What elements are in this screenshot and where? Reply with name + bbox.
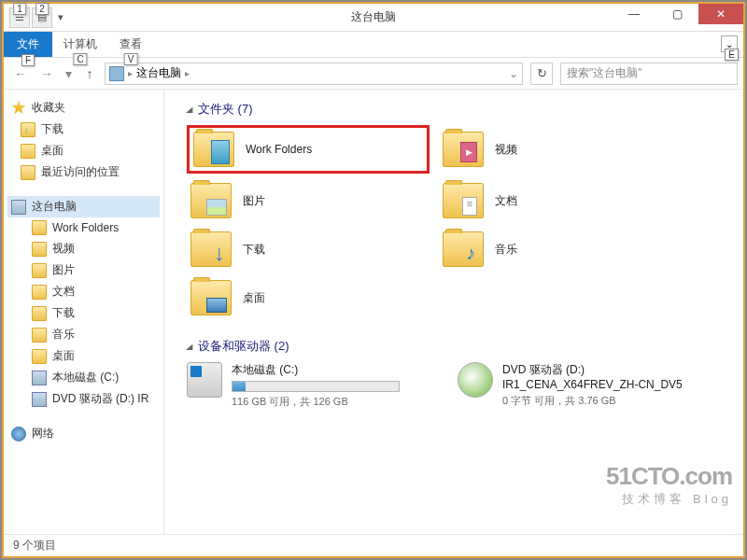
tree-item-documents[interactable]: 文档 (7, 281, 160, 302)
folders-section-header[interactable]: 文件夹 (7) (177, 97, 730, 123)
tree-pc-root[interactable]: 这台电脑 (7, 196, 160, 217)
dvd-icon (32, 392, 47, 407)
tab-file-label: 文件 (17, 36, 39, 52)
qat-properties-icon[interactable]: ☰1 (9, 7, 30, 28)
star-icon (11, 101, 26, 116)
close-button[interactable]: ✕ (698, 4, 743, 24)
navigation-bar: ← → ▾ ↑ ▸ 这台电脑 ▸ ⌄ ↻ 搜索"这台电脑" (4, 58, 743, 90)
tree-favorites-root[interactable]: 收藏夹 (7, 97, 160, 119)
drives-section-header[interactable]: 设备和驱动器 (2) (177, 334, 730, 360)
drive-item[interactable]: 本地磁盘 (C:)116 GB 可用，共 126 GB (187, 362, 448, 409)
folder-name: 下载 (243, 242, 265, 258)
folders-grid: Work Folders视频图片文档下载音乐桌面 (177, 123, 730, 334)
search-input[interactable]: 搜索"这台电脑" (560, 63, 738, 85)
folder-icon (21, 122, 35, 137)
tree-item-downloads[interactable]: 下载 (7, 119, 160, 140)
folder-name: 文档 (495, 193, 517, 209)
refresh-button[interactable]: ↻ (530, 63, 553, 85)
folder-item-pic[interactable]: 图片 (187, 179, 430, 222)
qat-dropdown-icon[interactable]: ▾ (54, 7, 67, 28)
folder-name: Work Folders (246, 143, 312, 156)
tree-item-videos[interactable]: 视频 (7, 238, 160, 259)
folder-icon (21, 144, 35, 159)
watermark: 51CTO.com 技术博客 Blog (606, 462, 732, 508)
folder-name: 音乐 (495, 242, 517, 258)
folder-icon (32, 349, 47, 364)
key-hint: V (124, 53, 138, 65)
folder-icon (32, 285, 47, 300)
folder-icon (443, 183, 484, 218)
folder-item-mus[interactable]: 音乐 (439, 228, 682, 271)
tab-computer-label: 计算机 (63, 37, 97, 50)
tab-file[interactable]: 文件 F (4, 32, 52, 57)
window-title: 这台电脑 (351, 9, 396, 25)
key-hint: E (725, 49, 739, 61)
pc-icon (11, 200, 26, 215)
up-button[interactable]: ↑ (78, 63, 101, 85)
drive-stats: 0 字节 可用，共 3.76 GB (502, 394, 719, 408)
ribbon-tabs: 文件 F 计算机 C 查看 V ⌄E (4, 32, 743, 58)
folder-icon (190, 280, 232, 315)
drive-name: DVD 驱动器 (D:) IR1_CENA_X64FREV_ZH-CN_DV5 (502, 362, 719, 391)
folder-item-dl2[interactable]: 下载 (187, 228, 430, 271)
folder-name: 图片 (243, 193, 265, 209)
tree-item-desktop[interactable]: 桌面 (7, 140, 160, 161)
tree-item-music[interactable]: 音乐 (7, 324, 160, 345)
tree-item-workfolders[interactable]: Work Folders (7, 217, 160, 238)
dropdown-icon[interactable]: ⌄ (509, 67, 518, 80)
tree-item-recent[interactable]: 最近访问的位置 (7, 161, 160, 183)
folder-icon (32, 328, 47, 343)
explorer-window: ☰1 ▤2 ▾ 这台电脑 — ▢ ✕ 文件 F 计算机 C 查看 V ⌄E ← … (2, 2, 745, 558)
tree-item-pictures[interactable]: 图片 (7, 259, 160, 281)
chevron-right-icon: ▸ (185, 68, 190, 78)
tree-item-drive-d[interactable]: DVD 驱动器 (D:) IR (7, 388, 160, 410)
breadcrumb-text: 这台电脑 (136, 65, 181, 81)
network-icon (11, 427, 26, 441)
quick-access-toolbar: ☰1 ▤2 ▾ (4, 7, 67, 28)
tab-view[interactable]: 查看 V (108, 33, 153, 56)
folder-item-vid[interactable]: 视频 (439, 125, 682, 174)
tree-pc: 这台电脑 Work Folders 视频 图片 文档 下载 音乐 桌面 本地磁盘… (7, 196, 160, 410)
ribbon-expand-button[interactable]: ⌄E (721, 35, 738, 52)
folder-icon (443, 231, 484, 267)
chevron-right-icon: ▸ (128, 68, 133, 78)
folder-name: 桌面 (243, 290, 265, 306)
minimize-button[interactable]: — (613, 4, 655, 24)
forward-button[interactable]: → (35, 63, 58, 85)
drive-icon (32, 371, 47, 385)
tree-item-drive-c[interactable]: 本地磁盘 (C:) (7, 367, 160, 388)
key-hint: 1 (13, 3, 26, 15)
folder-icon (32, 306, 47, 321)
folder-item-wf[interactable]: Work Folders (187, 125, 430, 174)
content-pane: 文件夹 (7) Work Folders视频图片文档下载音乐桌面 设备和驱动器 … (164, 90, 743, 534)
tree-item-downloads[interactable]: 下载 (7, 302, 160, 324)
tree-network-root[interactable]: 网络 (7, 423, 160, 444)
watermark-sub: 技术博客 Blog (606, 491, 732, 508)
drive-space-bar (232, 381, 400, 392)
tree-item-desktop[interactable]: 桌面 (7, 345, 160, 367)
tree-network: 网络 (7, 423, 160, 444)
key-hint: F (21, 54, 35, 66)
folder-icon (32, 242, 47, 257)
key-hint: C (73, 53, 87, 65)
folder-item-desk[interactable]: 桌面 (187, 276, 430, 319)
maximize-button[interactable]: ▢ (655, 4, 698, 24)
folder-name: 视频 (495, 142, 517, 158)
folder-icon (21, 165, 35, 180)
drive-stats: 116 GB 可用，共 126 GB (232, 395, 448, 409)
tab-computer[interactable]: 计算机 C (52, 33, 108, 56)
address-bar[interactable]: ▸ 这台电脑 ▸ ⌄ (105, 63, 523, 85)
window-controls: — ▢ ✕ (613, 4, 743, 24)
qat-new-folder-icon[interactable]: ▤2 (32, 7, 52, 28)
folder-icon (190, 231, 232, 267)
folder-icon (443, 132, 484, 167)
folder-icon (193, 132, 234, 167)
history-dropdown[interactable]: ▾ (62, 63, 75, 85)
folder-icon (32, 220, 47, 235)
body: 收藏夹 下载 桌面 最近访问的位置 这台电脑 Work Folders 视频 图… (4, 90, 743, 534)
dvd-icon (458, 362, 493, 398)
folder-item-doc[interactable]: 文档 (439, 179, 682, 222)
drives-grid: 本地磁盘 (C:)116 GB 可用，共 126 GBDVD 驱动器 (D:) … (177, 360, 730, 424)
drive-item[interactable]: DVD 驱动器 (D:) IR1_CENA_X64FREV_ZH-CN_DV50… (458, 362, 719, 409)
pc-icon (109, 66, 124, 81)
